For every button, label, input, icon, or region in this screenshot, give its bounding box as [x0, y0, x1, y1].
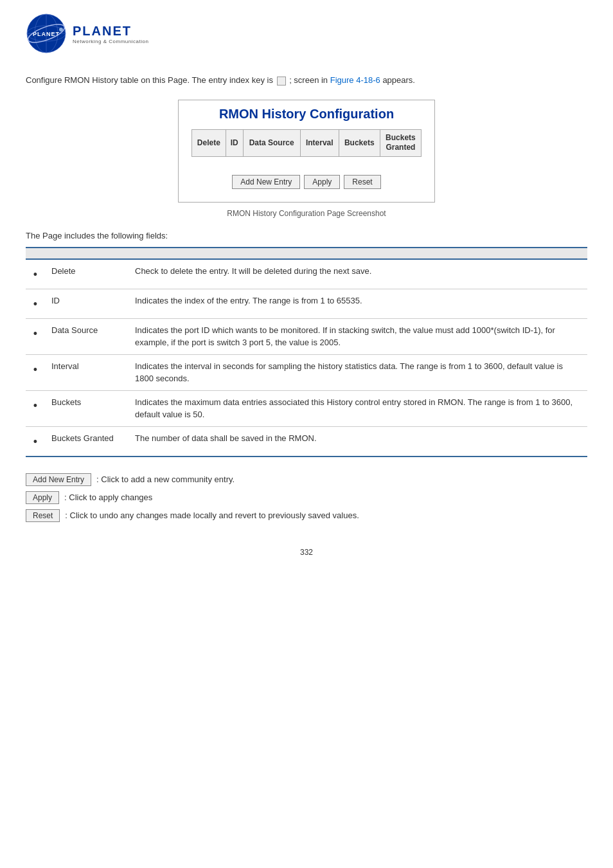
fields-row-2: • Data Source Indicates the port ID whic… — [26, 318, 587, 354]
fields-header-bullet — [26, 248, 45, 259]
button-desc-section: Add New Entry : Click to add a new commu… — [26, 473, 587, 522]
page-number: 332 — [26, 548, 587, 557]
svg-point-8 — [59, 28, 63, 32]
planet-logo-icon: PLANET — [26, 13, 67, 55]
config-box: RMON History Configuration Delete ID Dat… — [178, 100, 435, 203]
btn-desc-label: Add New Entry — [26, 473, 91, 486]
config-table: Delete ID Data Source Interval Buckets B… — [191, 129, 422, 167]
page-header: PLANET PLANET Networking & Communication — [26, 13, 587, 55]
label-cell: Data Source — [45, 318, 129, 354]
fields-table-header — [26, 248, 587, 259]
logo-name: PLANET — [73, 24, 148, 39]
button-desc-row-1: Apply : Click to apply changes — [26, 491, 587, 504]
fields-header-desc — [129, 248, 587, 259]
col-buckets-granted: BucketsGranted — [380, 129, 421, 156]
desc-cell: Indicates the interval in seconds for sa… — [129, 354, 587, 390]
config-buttons: Add New Entry Apply Reset — [191, 175, 422, 189]
col-delete: Delete — [192, 129, 226, 156]
reset-button[interactable]: Reset — [344, 175, 380, 189]
col-data-source: Data Source — [243, 129, 300, 156]
desc-cell: Indicates the port ID which wants to be … — [129, 318, 587, 354]
config-box-title: RMON History Configuration — [191, 107, 422, 122]
bullet-cell: • — [26, 289, 45, 318]
fields-row-4: • Buckets Indicates the maximum data ent… — [26, 390, 587, 426]
intro-paragraph: Configure RMON History table on this Pag… — [26, 74, 587, 87]
desc-cell: Indicates the index of the entry. The ra… — [129, 289, 587, 318]
logo-text-block: PLANET Networking & Communication — [73, 24, 148, 44]
entry-index-icon — [277, 77, 286, 86]
intro-text-before: Configure RMON History table on this Pag… — [26, 75, 276, 85]
add-new-entry-button[interactable]: Add New Entry — [232, 175, 300, 189]
config-caption: RMON History Configuration Page Screensh… — [26, 209, 587, 218]
intro-text-middle: ; screen in — [289, 75, 330, 85]
btn-desc-text: : Click to add a new community entry. — [96, 475, 235, 484]
col-id: ID — [226, 129, 243, 156]
desc-cell: The number of data shall be saved in the… — [129, 426, 587, 457]
col-buckets: Buckets — [339, 129, 380, 156]
label-cell: Interval — [45, 354, 129, 390]
fields-row-0: • Delete Check to delete the entry. It w… — [26, 259, 587, 289]
bullet-cell: • — [26, 259, 45, 289]
button-desc-row-0: Add New Entry : Click to add a new commu… — [26, 473, 587, 486]
bullet-cell: • — [26, 390, 45, 426]
intro-text-after: appears. — [382, 75, 415, 85]
label-cell: Buckets Granted — [45, 426, 129, 457]
config-table-header-row: Delete ID Data Source Interval Buckets B… — [192, 129, 422, 156]
col-interval: Interval — [300, 129, 339, 156]
fields-header-label — [45, 248, 129, 259]
desc-cell: Indicates the maximum data entries assoc… — [129, 390, 587, 426]
desc-cell: Check to delete the entry. It will be de… — [129, 259, 587, 289]
fields-row-3: • Interval Indicates the interval in sec… — [26, 354, 587, 390]
btn-desc-text: : Click to undo any changes made locally… — [65, 511, 359, 520]
apply-button[interactable]: Apply — [304, 175, 340, 189]
bullet-cell: • — [26, 318, 45, 354]
fields-row-5: • Buckets Granted The number of data sha… — [26, 426, 587, 457]
fields-table: • Delete Check to delete the entry. It w… — [26, 247, 587, 457]
config-table-empty-row — [192, 156, 422, 167]
fields-intro: The Page includes the following fields: — [26, 231, 587, 240]
figure-link[interactable]: Figure 4-18-6 — [330, 75, 380, 85]
button-desc-row-2: Reset : Click to undo any changes made l… — [26, 509, 587, 522]
label-cell: Delete — [45, 259, 129, 289]
logo-container: PLANET PLANET Networking & Communication — [26, 13, 148, 55]
btn-desc-text: : Click to apply changes — [64, 493, 152, 502]
fields-row-1: • ID Indicates the index of the entry. T… — [26, 289, 587, 318]
bullet-cell: • — [26, 426, 45, 457]
btn-desc-label: Reset — [26, 509, 60, 522]
label-cell: ID — [45, 289, 129, 318]
bullet-cell: • — [26, 354, 45, 390]
btn-desc-label: Apply — [26, 491, 59, 504]
config-box-wrapper: RMON History Configuration Delete ID Dat… — [26, 100, 587, 203]
label-cell: Buckets — [45, 390, 129, 426]
logo-subtitle: Networking & Communication — [73, 39, 148, 44]
